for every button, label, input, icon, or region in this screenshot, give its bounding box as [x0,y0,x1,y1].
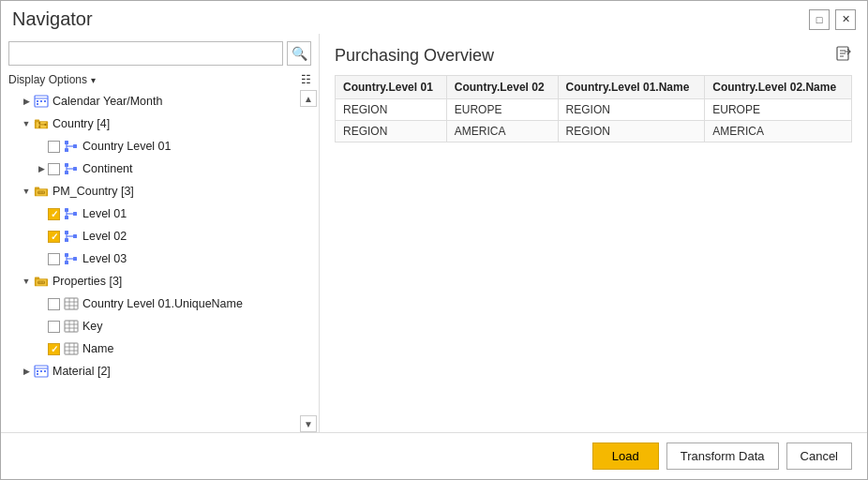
tree-item-key[interactable]: Key [1,315,319,338]
table-cell: AMERICA [705,121,852,142]
col-country-level-02: Country.Level 02 [446,76,558,99]
expand-pm-country-icon[interactable]: ▼ [20,185,33,198]
svg-rect-39 [65,231,68,234]
svg-rect-70 [37,370,38,372]
expand-country-icon[interactable]: ▼ [20,117,33,130]
cancel-button[interactable]: Cancel [786,442,852,470]
tree-item-level-03[interactable]: Level 03 [1,248,319,270]
checkbox-name[interactable] [48,343,60,355]
checkbox-uniquename[interactable] [48,298,60,310]
calendar-material-icon [33,364,50,379]
col-country-level-01: Country.Level 01 [336,76,447,99]
title-bar: Navigator □ ✕ [1,1,867,34]
table-uniquename-icon [63,296,80,311]
svg-rect-44 [65,253,68,257]
expand-calendar-icon[interactable]: ▶ [20,95,33,108]
hierarchy-continent-icon [63,161,80,176]
checkbox-level-02[interactable] [48,231,60,243]
svg-rect-40 [65,238,68,242]
header-row: Country.Level 01 Country.Level 02 Countr… [336,76,852,99]
svg-rect-71 [40,370,42,372]
checkbox-level-01[interactable] [48,208,60,220]
svg-rect-3 [40,100,42,102]
table-row: REGIONEUROPEREGIONEUROPE [336,99,852,121]
left-panel: 🔍 Display Options ▾ ☷ ▲ ▶ [1,34,320,432]
table-name-icon [63,341,80,356]
scroll-down-button[interactable]: ▼ [300,415,317,432]
svg-rect-21 [73,167,77,171]
tree-item-level-01[interactable]: Level 01 [1,202,319,225]
search-bar: 🔍 [1,34,319,69]
search-input[interactable] [8,41,283,66]
col-country-level-01-name: Country.Level 01.Name [558,76,705,99]
hierarchy-level-03-icon [63,251,80,266]
svg-rect-47 [35,278,39,280]
svg-rect-35 [65,216,68,219]
search-button[interactable]: 🔍 [287,41,311,66]
checkbox-continent[interactable] [48,163,60,175]
navigator-dialog: Navigator □ ✕ 🔍 Display Options ▾ ☷ ▲ [0,0,868,480]
transform-data-button[interactable]: Transform Data [666,442,779,470]
tree-item-calendar[interactable]: ▶ Calendar Year/Month [1,90,319,112]
svg-rect-17 [65,141,68,144]
tree-item-name[interactable]: Name [1,338,319,360]
table-body: REGIONEUROPEREGIONEUROPEREGIONAMERICAREG… [336,99,852,142]
svg-point-11 [44,124,46,126]
expand-material-icon[interactable]: ▶ [20,365,33,378]
tree-item-country-level-01[interactable]: Country Level 01 [1,135,319,158]
display-options-button[interactable]: Display Options ▾ ☷ [1,69,319,90]
checkbox-level-03[interactable] [48,253,60,265]
scroll-up-button[interactable]: ▲ [300,90,317,107]
table-cell: REGION [558,99,705,121]
tree-item-properties[interactable]: ▼ Properties [3] [1,270,319,292]
checkbox-key[interactable] [48,321,60,333]
preview-title: Purchasing Overview [335,46,494,66]
tree-label-level-01: Level 01 [82,207,127,220]
table-cell: EUROPE [446,99,558,121]
svg-rect-45 [65,261,68,264]
expand-properties-icon[interactable]: ▼ [20,275,33,288]
tree-label-key: Key [82,320,103,333]
maximize-button[interactable]: □ [809,9,830,30]
folder-country-icon [33,116,50,131]
hierarchy-level-01-icon [63,206,80,221]
svg-rect-33 [73,212,77,216]
svg-rect-2 [37,100,38,102]
svg-rect-23 [65,171,68,174]
tree-label-country-level-01: Country Level 01 [82,140,172,153]
svg-rect-16 [73,144,77,148]
expand-continent-icon[interactable]: ▶ [35,162,48,175]
table-cell: EUROPE [705,99,852,121]
tree-item-continent[interactable]: ▶ Continent [1,158,319,180]
hierarchy-country-level-01-icon [63,139,80,154]
tree-item-country[interactable]: ▼ Count [1,112,319,135]
dialog-title: Navigator [12,8,93,30]
filter-icon[interactable]: ☷ [301,73,311,86]
footer: Load Transform Data Cancel [1,432,867,479]
tree-item-level-02[interactable]: Level 02 [1,225,319,248]
tree-label-pm-country: PM_Country [3] [52,185,134,198]
tree-item-pm-country[interactable]: ▼ PM_Country [3] [1,180,319,202]
data-table: Country.Level 01 Country.Level 02 Countr… [335,75,852,142]
svg-rect-7 [35,120,39,123]
checkbox-country-level-01[interactable] [48,141,60,153]
svg-point-13 [38,126,40,128]
table-cell: REGION [336,99,447,121]
table-row: REGIONAMERICAREGIONAMERICA [336,121,852,142]
svg-rect-73 [37,373,38,375]
tree-label-level-02: Level 02 [82,230,127,243]
display-options-label: Display Options [8,73,87,86]
preview-header: Purchasing Overview [335,45,852,66]
tree-item-material[interactable]: ▶ Material [2] [1,360,319,382]
folder-properties-icon [33,274,50,289]
load-button[interactable]: Load [592,442,659,470]
export-icon[interactable] [835,45,852,66]
svg-rect-38 [73,234,77,238]
tree-area[interactable]: ▲ ▶ Calendar [1,90,319,432]
table-cell: REGION [558,121,705,142]
close-button[interactable]: ✕ [835,9,856,30]
tree-item-uniquename[interactable]: Country Level 01.UniqueName [1,292,319,315]
calendar-icon [33,94,50,109]
hierarchy-level-02-icon [63,229,80,244]
tree-label-name: Name [82,342,113,355]
